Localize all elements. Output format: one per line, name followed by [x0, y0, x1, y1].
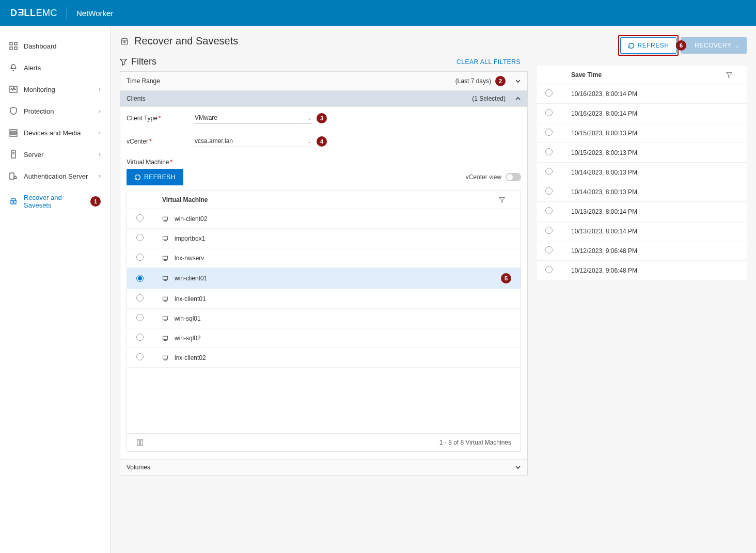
recover-icon	[120, 37, 129, 46]
vm-field-label: Virtual Machine*	[127, 159, 521, 166]
vcenter-select[interactable]: vcsa.amer.lan ⌄	[194, 135, 312, 147]
sidebar-item-label: Monitoring	[24, 86, 99, 93]
table-row[interactable]: lnx-client01	[127, 289, 521, 309]
filter-section-time-range[interactable]: Time Range (Last 7 days) 2	[120, 72, 527, 91]
table-row[interactable]: 10/15/2023, 8:00:13 PM	[537, 123, 747, 143]
svg-point-13	[13, 201, 14, 202]
table-row[interactable]: win-sql02	[127, 328, 521, 348]
chevron-up-icon	[515, 96, 521, 102]
sidebar-item-dashboard[interactable]: Dashboard	[0, 35, 110, 57]
radio-select[interactable]	[136, 234, 144, 241]
table-row[interactable]: 10/14/2023, 8:00:13 PM	[537, 182, 747, 202]
vm-icon	[162, 235, 175, 242]
table-row[interactable]: importbox1	[127, 229, 521, 248]
radio-select[interactable]	[136, 254, 144, 261]
clear-all-filters-link[interactable]: CLEAR ALL FILTERS	[456, 58, 521, 66]
radio-select[interactable]	[545, 129, 553, 136]
chevron-down-icon: ⌄	[307, 138, 311, 144]
save-time: 10/13/2023, 8:00:14 PM	[571, 208, 738, 215]
table-row[interactable]: 10/14/2023, 8:00:13 PM	[537, 163, 747, 182]
sidebar-item-server[interactable]: Server ›	[0, 144, 110, 165]
volumes-label: Volumes	[127, 464, 150, 471]
radio-select[interactable]	[545, 207, 553, 214]
vm-icon	[162, 355, 175, 361]
filter-section-clients[interactable]: Clients (1 Selected)	[120, 91, 527, 107]
radio-select[interactable]	[136, 353, 144, 360]
vcenter-view-toggle[interactable]: vCenter view	[466, 173, 521, 181]
table-row[interactable]: 10/13/2023, 8:00:14 PM	[537, 222, 747, 241]
table-row[interactable]: 10/12/2023, 9:06:48 PM	[537, 241, 747, 261]
table-row[interactable]: win-client02	[127, 209, 521, 229]
table-row[interactable]: 10/12/2023, 9:06:48 PM	[537, 261, 747, 280]
chevron-right-icon: ›	[99, 129, 101, 136]
radio-select[interactable]	[136, 275, 144, 282]
chevron-down-icon	[515, 464, 521, 470]
sidebar-item-label: Devices and Media	[24, 129, 99, 137]
client-type-select[interactable]: VMware ⌄	[194, 112, 312, 124]
vm-name: importbox1	[175, 235, 511, 242]
required-mark: *	[149, 138, 152, 145]
svg-rect-29	[163, 356, 168, 359]
chevron-right-icon: ›	[99, 86, 101, 93]
sidebar-item-label: Authentication Server	[24, 172, 99, 180]
vcenter-label: vCenter*	[127, 138, 194, 145]
refresh-callout-box: REFRESH	[618, 35, 679, 56]
sidebar-item-protection[interactable]: Protection ›	[0, 100, 110, 122]
sidebar-item-auth-server[interactable]: Authentication Server ›	[0, 165, 110, 187]
radio-select[interactable]	[545, 89, 553, 97]
radio-select[interactable]	[136, 214, 144, 222]
vm-table-footer-text: 1 - 8 of 8 Virtual Machines	[439, 439, 511, 446]
column-filter-icon[interactable]	[726, 72, 738, 78]
radio-select[interactable]	[545, 227, 553, 234]
radio-select[interactable]	[545, 266, 553, 273]
radio-select[interactable]	[545, 187, 553, 195]
svg-rect-23	[163, 297, 168, 300]
radio-select[interactable]	[545, 168, 553, 175]
sidebar-item-label: Protection	[24, 107, 99, 115]
radio-select[interactable]	[545, 148, 553, 155]
brand-logo: DELLEMC	[10, 8, 57, 19]
devices-icon	[9, 129, 18, 137]
vm-icon	[162, 275, 175, 281]
vm-refresh-button[interactable]: REFRESH	[127, 169, 183, 185]
columns-icon[interactable]	[136, 439, 144, 446]
sidebar-item-recover-savesets[interactable]: Recover and Savesets 1	[0, 187, 110, 216]
radio-select[interactable]	[136, 314, 144, 321]
radio-select[interactable]	[545, 246, 553, 254]
save-time: 10/13/2023, 8:00:14 PM	[571, 228, 738, 235]
refresh-button[interactable]: REFRESH	[620, 37, 677, 54]
sidebar-item-alerts[interactable]: Alerts	[0, 57, 110, 78]
column-filter-icon[interactable]	[499, 197, 511, 203]
recovery-button[interactable]: 6 RECOVERY ⌄	[681, 37, 747, 54]
brand-separator	[67, 7, 67, 19]
radio-select[interactable]	[545, 109, 553, 116]
save-time: 10/16/2023, 8:00:14 PM	[571, 110, 738, 117]
table-row[interactable]: 10/16/2023, 8:00:14 PM	[537, 84, 747, 104]
svg-rect-32	[140, 440, 143, 446]
table-row[interactable]: 10/13/2023, 8:00:14 PM	[537, 202, 747, 222]
table-row[interactable]: lnx-client02	[127, 348, 521, 368]
table-row[interactable]: win-client015	[127, 268, 521, 289]
sidebar-item-devices[interactable]: Devices and Media ›	[0, 122, 110, 144]
filters-heading: Filters	[120, 56, 456, 67]
svg-rect-1	[14, 42, 17, 45]
table-row[interactable]: 10/16/2023, 8:00:14 PM	[537, 104, 747, 123]
svg-rect-30	[164, 359, 167, 360]
filter-section-volumes[interactable]: Volumes	[120, 459, 527, 475]
radio-select[interactable]	[136, 294, 144, 302]
shield-icon	[9, 107, 18, 115]
chevron-down-icon: ⌄	[307, 115, 311, 121]
sidebar-item-monitoring[interactable]: Monitoring ›	[0, 78, 110, 100]
table-row[interactable]: 10/15/2023, 8:00:13 PM	[537, 143, 747, 163]
radio-select[interactable]	[136, 334, 144, 341]
server-icon	[9, 150, 18, 159]
vm-icon	[162, 315, 175, 322]
vm-table-footer: 1 - 8 of 8 Virtual Machines	[127, 433, 521, 451]
table-row[interactable]: win-sql01	[127, 309, 521, 328]
svg-rect-28	[164, 340, 167, 341]
table-row[interactable]: lnx-nwserv	[127, 248, 521, 268]
step-badge-6: 6	[676, 40, 686, 51]
step-badge-5: 5	[501, 273, 511, 283]
sidebar-item-label: Server	[24, 151, 99, 159]
save-time: 10/12/2023, 9:06:48 PM	[571, 267, 738, 274]
